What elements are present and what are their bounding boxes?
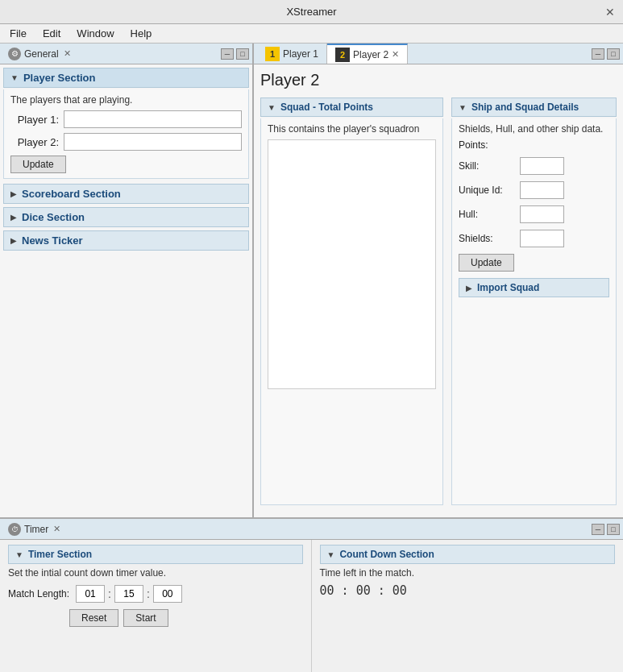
player-section-title: Player Section [23, 72, 96, 84]
player-tabs-bar: 1 Player 1 2 Player 2 ✕ ─ □ [254, 44, 623, 64]
match-length-label: Match Length: [8, 588, 69, 599]
timer-content: ▼ Timer Section Set the intial count dow… [0, 540, 623, 672]
timer-hours-input[interactable] [76, 585, 105, 603]
window-close-button[interactable]: ✕ [605, 6, 615, 19]
timer-section-arrow: ▼ [15, 550, 23, 559]
shields-input[interactable] [520, 230, 564, 247]
dice-arrow: ▶ [10, 213, 17, 222]
shields-row: Shields: [459, 230, 609, 247]
squad-section: ▼ Squad - Total Points This contains the… [260, 97, 443, 505]
squad-desc: This contains the player's squadron [268, 123, 436, 135]
right-panel-maximize[interactable]: □ [607, 48, 620, 60]
import-section-header[interactable]: ▶ Import Squad [459, 278, 609, 297]
player1-tab-label: Player 1 [283, 48, 318, 60]
timer-sep-2: : [147, 587, 150, 600]
timer-buttons: Reset Start [8, 609, 303, 627]
player-sections: ▼ Squad - Total Points This contains the… [260, 97, 617, 505]
scoreboard-section-title: Scoreboard Section [22, 188, 121, 200]
menu-window[interactable]: Window [70, 26, 120, 41]
right-panel: 1 Player 1 2 Player 2 ✕ ─ □ Player 2 [254, 44, 623, 517]
timer-seconds-input[interactable] [153, 585, 182, 603]
squad-arrow: ▼ [268, 103, 276, 112]
scoreboard-arrow: ▶ [10, 189, 17, 198]
timer-section: ▼ Timer Section Set the intial count dow… [0, 540, 312, 672]
ship-section: ▼ Ship and Squad Details Shields, Hull, … [451, 97, 617, 505]
shields-label: Shields: [459, 233, 515, 244]
ship-desc: Shields, Hull, and other ship data. [459, 123, 609, 135]
timer-tab-icon: ⏱ [8, 523, 21, 536]
timer-section-header[interactable]: ▼ Timer Section [8, 545, 303, 564]
timer-minutes-input[interactable] [114, 585, 143, 603]
dice-section-title: Dice Section [22, 211, 85, 223]
player1-row: Player 1: [10, 110, 242, 128]
player2-tab[interactable]: 2 Player 2 ✕ [327, 44, 408, 64]
left-panel-minimize[interactable]: ─ [221, 48, 234, 60]
player2-input[interactable] [64, 133, 242, 151]
active-player-title: Player 2 [260, 71, 617, 89]
menu-bar: File Edit Window Help [0, 24, 623, 44]
uniqueid-input[interactable] [520, 181, 564, 199]
ship-section-header[interactable]: ▼ Ship and Squad Details [451, 97, 617, 117]
points-label: Points: [459, 139, 488, 151]
player-update-button[interactable]: Update [10, 156, 66, 173]
player-section-body: The players that are playing. Player 1: … [3, 89, 249, 179]
player1-label: Player 1: [10, 114, 59, 126]
timer-panel-minimize[interactable]: ─ [592, 524, 604, 535]
player2-badge: 2 [335, 48, 350, 62]
squad-list [268, 139, 436, 389]
ship-update-button[interactable]: Update [459, 254, 514, 272]
upper-panels: ⚙ General ✕ ─ □ ▼ Player Section The pla… [0, 44, 623, 519]
left-panel-content: ▼ Player Section The players that are pl… [0, 64, 252, 517]
start-button[interactable]: Start [123, 609, 168, 627]
scoreboard-section-header[interactable]: ▶ Scoreboard Section [3, 184, 249, 204]
menu-file[interactable]: File [3, 26, 33, 41]
countdown-section: ▼ Count Down Section Time left in the ma… [312, 540, 624, 672]
dice-section-header[interactable]: ▶ Dice Section [3, 207, 249, 227]
general-tab-close[interactable]: ✕ [64, 48, 71, 59]
countdown-display: 00 : 00 : 00 [320, 583, 616, 598]
player1-input[interactable] [64, 110, 242, 128]
player2-tab-label: Player 2 [353, 49, 388, 60]
skill-label: Skill: [459, 160, 515, 172]
timer-tab[interactable]: ⏱ Timer ✕ [3, 521, 65, 537]
player1-badge: 1 [265, 47, 280, 61]
skill-row: Skill: [459, 157, 609, 175]
news-ticker-arrow: ▶ [10, 236, 17, 245]
timer-panel-maximize[interactable]: □ [607, 524, 620, 535]
news-ticker-title: News Ticker [22, 234, 83, 247]
squad-section-header[interactable]: ▼ Squad - Total Points [260, 97, 443, 117]
player1-tab[interactable]: 1 Player 1 [257, 44, 327, 64]
ship-arrow: ▼ [459, 103, 467, 112]
left-panel-tab-bar: ⚙ General ✕ ─ □ [0, 44, 252, 64]
timer-tab-close[interactable]: ✕ [53, 524, 60, 534]
menu-help[interactable]: Help [124, 26, 159, 41]
player2-label: Player 2: [10, 136, 59, 148]
countdown-section-title: Count Down Section [339, 549, 434, 560]
timer-tab-label: Timer [24, 524, 48, 535]
general-tab-icon: ⚙ [8, 48, 21, 60]
uniqueid-row: Unique Id: [459, 181, 609, 199]
skill-input[interactable] [520, 157, 564, 175]
squad-section-title: Squad - Total Points [280, 102, 373, 113]
import-title: Import Squad [477, 282, 539, 293]
reset-button[interactable]: Reset [69, 609, 118, 627]
lower-panel: ⏱ Timer ✕ ─ □ ▼ Timer Section Set the in… [0, 519, 623, 672]
left-panel-maximize[interactable]: □ [236, 48, 249, 60]
right-panel-controls: ─ □ [592, 48, 620, 60]
player-section-arrow: ▼ [10, 73, 19, 82]
general-tab[interactable]: ⚙ General ✕ [3, 46, 76, 62]
player-content: Player 2 ▼ Squad - Total Points This con… [254, 64, 623, 517]
player-section-header[interactable]: ▼ Player Section [3, 68, 249, 88]
player2-tab-close[interactable]: ✕ [392, 49, 399, 60]
hull-row: Hull: [459, 205, 609, 223]
countdown-section-header[interactable]: ▼ Count Down Section [320, 545, 616, 564]
player2-row: Player 2: [10, 133, 242, 151]
menu-edit[interactable]: Edit [36, 26, 67, 41]
title-bar: XStreamer ✕ [0, 0, 623, 24]
right-panel-minimize[interactable]: ─ [592, 48, 604, 60]
hull-label: Hull: [459, 209, 515, 220]
points-row: Points: [459, 139, 609, 151]
countdown-arrow: ▼ [327, 550, 335, 559]
hull-input[interactable] [520, 205, 564, 223]
news-ticker-header[interactable]: ▶ News Ticker [3, 230, 249, 251]
